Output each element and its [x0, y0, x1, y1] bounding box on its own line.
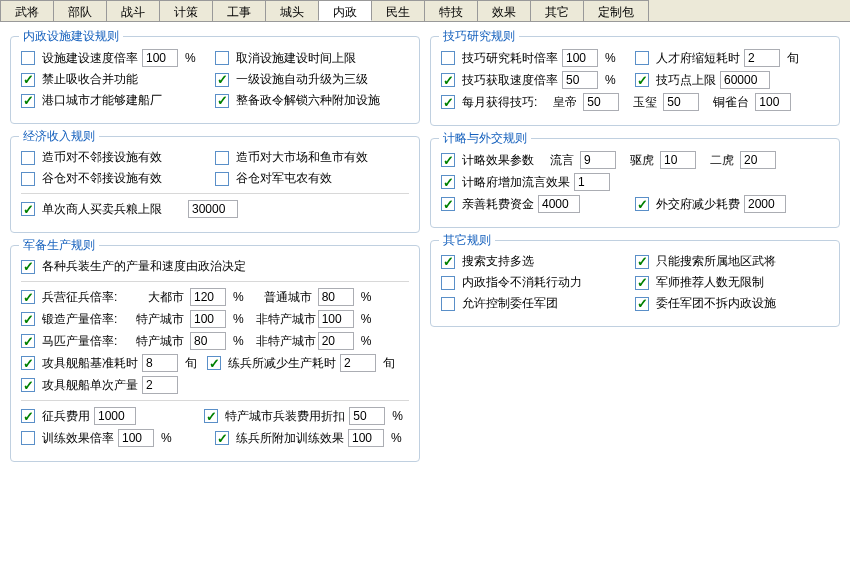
- chk-search-local[interactable]: [635, 255, 649, 269]
- group-title: 技巧研究规则: [439, 28, 519, 45]
- chk-forbid-absorb[interactable]: [21, 73, 35, 87]
- chk-strategy-params[interactable]: [441, 153, 455, 167]
- chk-goodwill-cost[interactable]: [441, 197, 455, 211]
- group-title: 计略与外交规则: [439, 130, 531, 147]
- divider: [21, 281, 409, 282]
- chk-tech-time-rate[interactable]: [441, 51, 455, 65]
- chk-horse-rate[interactable]: [21, 334, 35, 348]
- chk-tech-point-cap[interactable]: [635, 73, 649, 87]
- group-economy: 经济收入规则 造币对不邻接设施有效 造币对大市场和鱼市有效 谷仓对不邻接设施有效: [10, 136, 420, 233]
- inp-tech-point-cap[interactable]: [720, 71, 770, 89]
- chk-training-reduce[interactable]: [207, 356, 221, 370]
- inp-goodwill-cost[interactable]: [538, 195, 580, 213]
- inp-training-reduce[interactable]: [340, 354, 376, 372]
- chk-siege-batch[interactable]: [21, 378, 35, 392]
- inp-big-city[interactable]: [190, 288, 226, 306]
- chk-port-shipyard[interactable]: [21, 94, 35, 108]
- chk-mint-nonadjacent[interactable]: [21, 151, 35, 165]
- chk-no-action-cost[interactable]: [441, 276, 455, 290]
- chk-plot-office-rumor[interactable]: [441, 175, 455, 189]
- inp-special-city2[interactable]: [190, 332, 226, 350]
- tab-3[interactable]: 计策: [159, 0, 213, 21]
- chk-siege-base-time[interactable]: [21, 356, 35, 370]
- tab-0[interactable]: 武将: [0, 0, 54, 21]
- inp-merchant-limit[interactable]: [188, 200, 238, 218]
- chk-diplomacy-reduce[interactable]: [635, 197, 649, 211]
- chk-advisor-unlimited[interactable]: [635, 276, 649, 290]
- chk-mint-markets[interactable]: [215, 151, 229, 165]
- inp-tech-time-rate[interactable]: [562, 49, 598, 67]
- chk-train-rate[interactable]: [21, 431, 35, 445]
- right-column: 技巧研究规则 技巧研究耗时倍率 % 人才府缩短耗时 旬 技: [430, 30, 840, 562]
- chk-monthly-tech[interactable]: [441, 95, 455, 109]
- chk-prod-by-politics[interactable]: [21, 260, 35, 274]
- inp-siege-base-time[interactable]: [142, 354, 178, 372]
- inp-conscript-cost[interactable]: [94, 407, 136, 425]
- group-strategy-diplomacy: 计略与外交规则 计略效果参数 流言 驱虎 二虎 计略府增加流言效果 亲善耗费资金: [430, 138, 840, 228]
- chk-unlock-facilities[interactable]: [215, 94, 229, 108]
- divider: [21, 400, 409, 401]
- group-military-prod: 军备生产规则 各种兵装生产的产量和速度由政治决定 兵营征兵倍率: 大都市 % 普…: [10, 245, 420, 462]
- chk-talent-shorten[interactable]: [635, 51, 649, 65]
- group-technique: 技巧研究规则 技巧研究耗时倍率 % 人才府缩短耗时 旬 技: [430, 36, 840, 126]
- inp-train-rate[interactable]: [118, 429, 154, 447]
- group-other: 其它规则 搜索支持多选 只能搜索所属地区武将 内政指令不消耗行动力: [430, 240, 840, 327]
- tab-1[interactable]: 部队: [53, 0, 107, 21]
- divider: [21, 193, 409, 194]
- tab-4[interactable]: 工事: [212, 0, 266, 21]
- inp-siege-batch[interactable]: [142, 376, 178, 394]
- tab-2[interactable]: 战斗: [106, 0, 160, 21]
- inp-special-city1[interactable]: [190, 310, 226, 328]
- chk-conscript-rate[interactable]: [21, 290, 35, 304]
- inp-special-discount[interactable]: [349, 407, 385, 425]
- left-column: 内政设施建设规则 设施建设速度倍率 % 取消设施建设时间上限 禁止吸收合并功能: [10, 30, 420, 562]
- chk-forge-rate[interactable]: [21, 312, 35, 326]
- tab-content: 内政设施建设规则 设施建设速度倍率 % 取消设施建设时间上限 禁止吸收合并功能: [0, 22, 850, 570]
- inp-diplomacy-reduce[interactable]: [744, 195, 786, 213]
- tab-9[interactable]: 效果: [477, 0, 531, 21]
- inp-nonspecial-city1[interactable]: [318, 310, 354, 328]
- tab-8[interactable]: 特技: [424, 0, 478, 21]
- inp-drive-tiger[interactable]: [660, 151, 696, 169]
- inp-talent-shorten[interactable]: [744, 49, 780, 67]
- tab-6[interactable]: 内政: [318, 0, 372, 21]
- inp-normal-city[interactable]: [318, 288, 354, 306]
- tab-10[interactable]: 其它: [530, 0, 584, 21]
- chk-build-speed[interactable]: [21, 51, 35, 65]
- chk-special-discount[interactable]: [204, 409, 218, 423]
- chk-cancel-time-limit[interactable]: [215, 51, 229, 65]
- inp-two-tiger[interactable]: [740, 151, 776, 169]
- inp-seal[interactable]: [663, 93, 699, 111]
- inp-plot-rumor[interactable]: [574, 173, 610, 191]
- chk-merchant-limit[interactable]: [21, 202, 35, 216]
- group-title: 内政设施建设规则: [19, 28, 123, 45]
- chk-granary-farm[interactable]: [215, 172, 229, 186]
- tab-bar: 武将部队战斗计策工事城头内政民生特技效果其它定制包: [0, 0, 850, 22]
- inp-bronze-bird[interactable]: [755, 93, 791, 111]
- chk-search-multi[interactable]: [441, 255, 455, 269]
- inp-emperor[interactable]: [583, 93, 619, 111]
- group-title: 其它规则: [439, 232, 495, 249]
- inp-build-speed[interactable]: [142, 49, 178, 67]
- chk-auto-upgrade[interactable]: [215, 73, 229, 87]
- chk-delegate-no-demolish[interactable]: [635, 297, 649, 311]
- group-facility-build: 内政设施建设规则 设施建设速度倍率 % 取消设施建设时间上限 禁止吸收合并功能: [10, 36, 420, 124]
- tab-5[interactable]: 城头: [265, 0, 319, 21]
- tab-11[interactable]: 定制包: [583, 0, 649, 21]
- inp-nonspecial-city2[interactable]: [318, 332, 354, 350]
- inp-tech-gain-rate[interactable]: [562, 71, 598, 89]
- chk-conscript-cost[interactable]: [21, 409, 35, 423]
- chk-granary-nonadjacent[interactable]: [21, 172, 35, 186]
- group-title: 军备生产规则: [19, 237, 99, 254]
- inp-rumor[interactable]: [580, 151, 616, 169]
- tab-7[interactable]: 民生: [371, 0, 425, 21]
- chk-tech-gain-rate[interactable]: [441, 73, 455, 87]
- inp-train-bonus[interactable]: [348, 429, 384, 447]
- group-title: 经济收入规则: [19, 128, 99, 145]
- chk-control-delegate[interactable]: [441, 297, 455, 311]
- chk-train-bonus[interactable]: [215, 431, 229, 445]
